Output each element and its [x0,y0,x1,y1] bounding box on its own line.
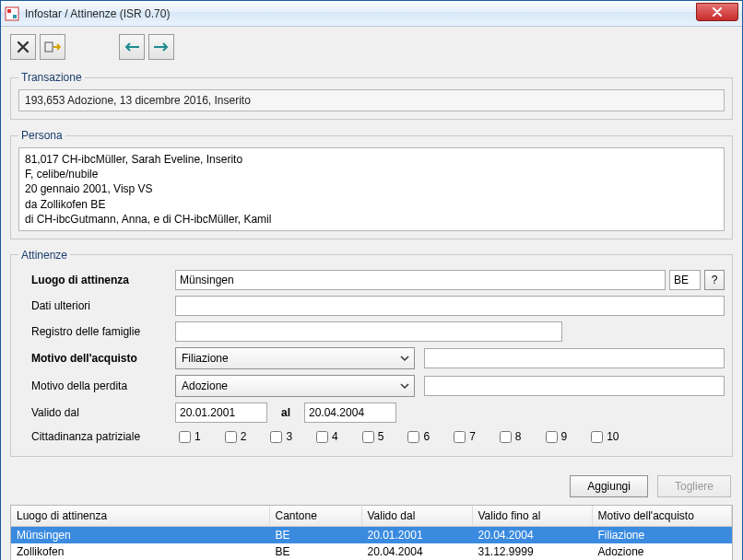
cittadinanza-checkbox-input-8[interactable] [500,431,512,443]
cittadinanza-checkbox-5[interactable]: 5 [359,428,384,446]
cittadinanza-checkbox-input-1[interactable] [179,431,191,443]
grid-header-row: Luogo di attinenza Cantone Valido dal Va… [11,506,732,527]
app-icon [5,6,19,21]
transazione-group: Transazione 193,653 Adozione, 13 dicembr… [10,71,733,120]
cittadinanza-checkbox-6[interactable]: 6 [404,428,430,446]
label-valido-dal: Valido dal [18,406,175,419]
col-luogo[interactable]: Luogo di attinenza [11,506,269,527]
input-motivo-acquisto-extra[interactable] [424,348,725,368]
cittadinanza-checkbox-input-5[interactable] [362,431,374,443]
cell-valido_fino: 31.12.9999 [472,543,592,560]
cell-valido_fino: 20.04.2004 [472,526,592,543]
cittadinanza-checkbox-row: 12345678910 [175,428,640,446]
cell-valido_dal: 20.01.2001 [361,526,472,543]
persona-group: Persona 81,017 CH-ibcMüller, Sarah Eveli… [10,129,733,239]
input-valido-al[interactable] [304,402,396,423]
app-window: Infostar / Attinenze (ISR 0.70) Transazi… [0,0,743,560]
window-title: Infostar / Attinenze (ISR 0.70) [25,7,170,20]
transazione-value: 193,653 Adozione, 13 dicembre 2016, Inse… [18,89,725,111]
persona-legend: Persona [18,129,65,142]
label-motivo-perdita: Motivo della perdita [18,379,175,392]
cittadinanza-checkbox-2[interactable]: 2 [221,428,247,446]
col-motivo[interactable]: Motivo dell'acquisto [592,506,732,527]
table-row[interactable]: MünsingenBE20.01.200120.04.2004Filiazion… [11,526,732,543]
cittadinanza-checkbox-label: 5 [378,430,384,443]
combo-motivo-acquisto[interactable]: Filiazione [175,347,415,369]
cittadinanza-checkbox-input-4[interactable] [316,431,328,443]
cittadinanza-checkbox-label: 2 [241,430,247,443]
cell-cantone: BE [269,526,361,543]
cell-luogo: Zollikofen [11,543,269,560]
svg-rect-1 [7,9,11,13]
combo-motivo-perdita-value: Adozione [182,379,228,392]
cell-motivo: Adozione [592,543,732,560]
transazione-legend: Transazione [18,71,85,84]
input-cantone-suffix[interactable] [669,270,701,290]
cittadinanza-checkbox-label: 8 [515,430,522,443]
titlebar: Infostar / Attinenze (ISR 0.70) [1,1,742,27]
togliere-button[interactable]: Togliere [657,475,731,497]
combo-motivo-perdita[interactable]: Adozione [175,375,415,397]
col-valido-dal[interactable]: Valido dal [361,506,472,527]
table-row[interactable]: ZollikofenBE20.04.200431.12.9999Adozione [11,543,732,560]
cittadinanza-checkbox-input-3[interactable] [270,431,282,443]
label-luogo: Luogo di attinenza [18,274,175,286]
svg-rect-2 [13,15,17,18]
toolbar [1,27,742,65]
aggiungi-button[interactable]: Aggiungi [570,475,648,497]
label-motivo-acquisto: Motivo dell'acquisto [18,352,175,365]
cittadinanza-checkbox-3[interactable]: 3 [266,428,292,446]
attinenze-legend: Attinenze [18,249,70,262]
label-cittadinanza: Cittadinanza patriziale [18,430,175,443]
chevron-down-icon [399,380,410,391]
forward-button[interactable] [148,34,174,60]
cancel-button[interactable] [10,34,36,60]
cittadinanza-checkbox-label: 10 [607,430,619,443]
input-valido-dal[interactable] [175,402,267,423]
chevron-down-icon [399,353,410,364]
persona-text: 81,017 CH-ibcMüller, Sarah Eveline, Inse… [18,147,725,231]
cittadinanza-checkbox-input-6[interactable] [407,431,419,443]
help-button[interactable]: ? [704,270,725,290]
cell-motivo: Filiazione [592,526,732,543]
cell-luogo: Münsingen [11,526,269,543]
input-luogo[interactable] [175,270,666,290]
cittadinanza-checkbox-label: 6 [423,430,430,443]
export-button[interactable] [40,34,65,60]
cell-cantone: BE [269,543,361,560]
combo-motivo-acquisto-value: Filiazione [182,352,229,365]
cittadinanza-checkbox-input-7[interactable] [454,431,466,443]
cittadinanza-checkbox-label: 9 [561,430,568,443]
back-button[interactable] [119,34,145,60]
input-motivo-perdita-extra[interactable] [424,376,725,396]
cittadinanza-checkbox-label: 7 [469,430,476,443]
cittadinanza-checkbox-8[interactable]: 8 [496,428,522,446]
label-al: al [267,406,304,419]
svg-rect-3 [45,42,53,52]
cittadinanza-checkbox-label: 1 [195,430,201,443]
label-dati-ulteriori: Dati ulteriori [18,299,175,312]
attinenze-group: Attinenze Luogo di attinenza ? Dati ulte… [10,249,733,457]
cittadinanza-checkbox-7[interactable]: 7 [450,428,476,446]
cittadinanza-checkbox-input-2[interactable] [225,431,237,443]
col-valido-fino[interactable]: Valido fino al [472,506,592,527]
cittadinanza-checkbox-10[interactable]: 10 [587,428,619,446]
cittadinanza-checkbox-9[interactable]: 9 [542,428,568,446]
action-button-row: Aggiungi Togliere [10,466,733,505]
input-dati-ulteriori[interactable] [175,296,725,316]
input-registro[interactable] [175,321,562,342]
close-button[interactable] [696,3,738,21]
col-cantone[interactable]: Cantone [269,506,361,527]
cell-valido_dal: 20.04.2004 [361,543,472,560]
cittadinanza-checkbox-label: 3 [286,430,292,443]
label-registro: Registro delle famiglie [18,325,175,338]
cittadinanza-checkbox-input-9[interactable] [546,431,558,443]
attinenze-grid: Luogo di attinenza Cantone Valido dal Va… [10,505,733,560]
cittadinanza-checkbox-input-10[interactable] [591,431,603,443]
cittadinanza-checkbox-1[interactable]: 1 [175,428,201,446]
cittadinanza-checkbox-4[interactable]: 4 [313,428,338,446]
cittadinanza-checkbox-label: 4 [332,430,338,443]
